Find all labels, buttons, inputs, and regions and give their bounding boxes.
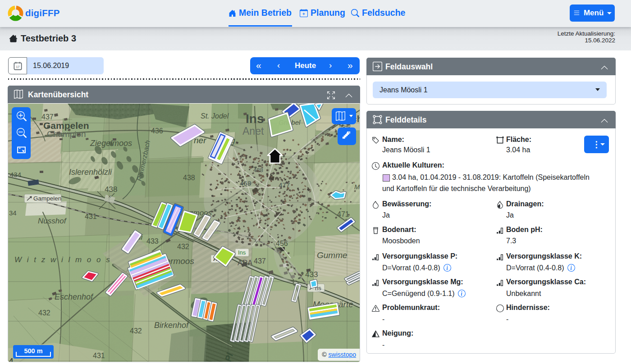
- svg-text:×: ×: [108, 194, 111, 199]
- svg-text:Gumme: Gumme: [317, 250, 348, 260]
- svg-text:434: 434: [10, 171, 21, 178]
- svg-text:432: 432: [130, 327, 142, 335]
- svg-text:438: 438: [105, 185, 117, 194]
- svg-text:St. Jodel: St. Jodel: [201, 112, 229, 120]
- svg-text:471: 471: [337, 210, 349, 218]
- svg-text:432: 432: [177, 243, 189, 250]
- svg-text:431: 431: [85, 213, 97, 220]
- svg-text:433: 433: [305, 270, 318, 279]
- svg-text:436: 436: [151, 127, 163, 135]
- svg-text:Champion: Champion: [47, 129, 86, 139]
- svg-text:456: 456: [276, 240, 288, 247]
- svg-text:Mu: Mu: [354, 183, 360, 191]
- svg-text:Nusshof: Nusshof: [38, 217, 67, 225]
- svg-text:431: 431: [93, 352, 105, 359]
- svg-text:438: 438: [183, 174, 195, 182]
- svg-text:Anet: Anet: [242, 125, 264, 137]
- svg-text:34: 34: [9, 209, 17, 217]
- svg-text:Ins: Ins: [246, 112, 264, 126]
- svg-text:Ins: Ins: [238, 249, 246, 256]
- svg-text:437: 437: [41, 113, 54, 121]
- svg-text:Birkenhof: Birkenhof: [154, 321, 189, 330]
- svg-text:Ziegelmoos: Ziegelmoos: [90, 139, 132, 148]
- svg-text:Gampelen: Gampelen: [33, 195, 61, 202]
- svg-text:Eschenhof: Eschenhof: [55, 292, 94, 301]
- svg-text:Islerenhölzli: Islerenhölzli: [69, 168, 112, 177]
- svg-text:488: 488: [253, 167, 263, 173]
- svg-text:433: 433: [146, 237, 159, 245]
- svg-text:437: 437: [254, 257, 266, 265]
- svg-text:468: 468: [240, 179, 251, 187]
- svg-text:432: 432: [38, 309, 50, 317]
- svg-text:W i t z w i l m o o s: W i t z w i l m o o s: [14, 255, 111, 264]
- svg-text:ARA: ARA: [238, 259, 252, 267]
- svg-text:477: 477: [279, 181, 290, 189]
- svg-text:17: 17: [16, 65, 19, 69]
